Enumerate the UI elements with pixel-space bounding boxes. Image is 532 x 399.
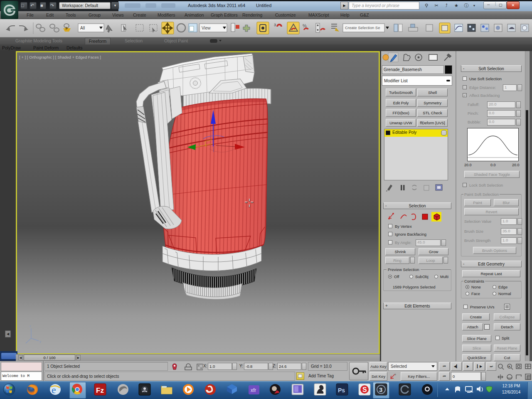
- svg-text:Fz: Fz: [96, 387, 104, 394]
- svg-text:S: S: [362, 386, 367, 393]
- svg-text:View: View: [202, 26, 211, 30]
- svg-text:[ + ] [ Orthographic ] [ Shade: [ + ] [ Orthographic ] [ Shaded + Edged …: [19, 55, 101, 59]
- svg-text:Create Selection Se: Create Selection Se: [345, 25, 380, 30]
- svg-text:z: z: [30, 324, 31, 328]
- svg-text:■: ■: [508, 365, 510, 368]
- svg-text:3: 3: [379, 386, 382, 393]
- svg-text:xfr: xfr: [251, 387, 256, 393]
- svg-text:%: %: [303, 23, 307, 28]
- svg-text:3: 3: [274, 23, 276, 27]
- svg-text:y: y: [39, 340, 41, 343]
- svg-text:Ps: Ps: [338, 387, 345, 394]
- svg-text:All: All: [80, 26, 85, 30]
